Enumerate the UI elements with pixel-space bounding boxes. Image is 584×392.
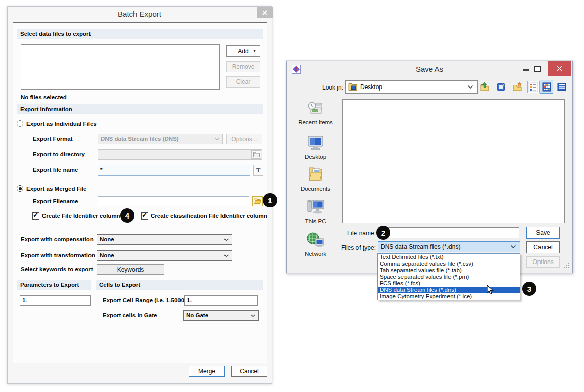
export-directory-field[interactable] [98, 149, 262, 160]
merge-button-label: Merge [198, 368, 215, 375]
sidebar-item-this-pc[interactable] [287, 199, 344, 217]
type-option[interactable]: Space separated values file (*.prn) [378, 274, 520, 280]
save-as-title[interactable]: Save As [287, 61, 572, 77]
sidebar-item-recent-items[interactable] [287, 101, 344, 119]
checkbox-classification[interactable]: ✓ [141, 212, 148, 220]
up-one-level-icon[interactable] [480, 82, 490, 92]
batch-export-title[interactable]: Batch Export [8, 7, 272, 22]
desktop-view-icon[interactable] [496, 82, 506, 92]
look-in-value: Desktop [360, 81, 382, 93]
export-file-name-label: Export file name [33, 165, 78, 176]
keywords-button-label: Keywords [117, 266, 144, 273]
file-name-label: File name: [317, 228, 376, 239]
check-icon: ✓ [142, 211, 148, 219]
keywords-label: Select keywords to export [21, 264, 93, 275]
sidebar-label-documents[interactable]: Documents [287, 186, 344, 192]
remove-button[interactable]: Remove [226, 61, 260, 72]
checkbox-classification-label: Create classification File Identifier co… [151, 211, 267, 222]
icons-view-icon[interactable] [542, 82, 552, 92]
look-in-label: Look in: [297, 82, 343, 93]
close-icon [557, 64, 562, 73]
add-button-label: Add [238, 48, 248, 55]
type-option[interactable]: Text Delimited files (*.txt) [378, 254, 520, 260]
cell-range-label: Export Cell Range (i.e. 1-5000) [103, 295, 186, 306]
step-badge-3: 3 [522, 282, 536, 296]
keywords-button[interactable]: Keywords [97, 264, 164, 275]
resize-grip[interactable] [564, 263, 569, 268]
empty-status: No files selected [21, 92, 67, 103]
close-button[interactable] [548, 61, 571, 76]
export-format-label: Export Format [33, 134, 73, 144]
new-folder-icon[interactable] [512, 82, 522, 92]
parameters-field[interactable]: 1- [20, 295, 91, 306]
type-option[interactable]: FCS files (*.fcs) [378, 280, 520, 287]
type-option[interactable]: Tab separated values file (*.tab) [378, 267, 520, 274]
options-button-label: Options... [231, 136, 257, 143]
step-badge-4: 4 [120, 208, 134, 223]
sidebar-item-documents[interactable] [287, 166, 344, 184]
check-icon: ✓ [33, 211, 39, 219]
clear-button[interactable]: Clear [226, 76, 260, 88]
add-button[interactable]: Add ▾ [226, 45, 260, 57]
view-menu-icon[interactable] [528, 82, 538, 92]
text-tool-icon: T [256, 166, 261, 175]
merge-button[interactable]: Merge [189, 366, 225, 377]
chevron-down-icon [467, 85, 473, 89]
cancel-button[interactable]: Cancel [231, 366, 267, 377]
options-button[interactable]: Options... [226, 134, 262, 144]
gate-dropdown[interactable]: No Gate [183, 310, 259, 321]
minimize-button[interactable] [523, 69, 529, 71]
gate-value: No Gate [186, 312, 208, 318]
step-badge-2: 2 [376, 226, 390, 240]
export-file-name-field[interactable]: * [98, 165, 250, 176]
clear-button-label: Clear [236, 78, 251, 85]
cell-range-field[interactable]: 1- [184, 295, 258, 306]
files-of-type-listbox: Text Delimited files (*.txt) Comma separ… [377, 253, 520, 300]
section-export-info: Export Information [17, 104, 263, 114]
recent-items-icon [306, 101, 325, 117]
desktop-icon [306, 135, 325, 151]
type-option[interactable]: Image Cytometry Experiment (*.ice) [378, 293, 520, 300]
file-browser-area[interactable] [342, 99, 565, 223]
export-filename-field[interactable] [98, 196, 249, 206]
compensation-dropdown[interactable]: None [97, 234, 232, 245]
look-in-dropdown[interactable]: Desktop [345, 80, 478, 94]
export-file-name-value: * [100, 167, 102, 173]
radio-individual-label: Export as Individual Files [26, 119, 97, 129]
cancel-button[interactable]: Cancel [526, 241, 560, 253]
type-option[interactable]: Comma separated values file (*.csv) [378, 260, 520, 267]
chevron-down-icon [223, 238, 229, 241]
sidebar-label-desktop[interactable]: Desktop [287, 154, 344, 160]
transformation-label: Export with transformation [21, 250, 95, 261]
browse-directory-button[interactable] [251, 150, 261, 159]
file-list[interactable] [21, 44, 220, 90]
radio-merged-file[interactable] [17, 185, 23, 192]
sidebar-label-recent-items[interactable]: Recent Items [287, 119, 344, 125]
dropdown-arrow-icon: ▾ [253, 48, 256, 53]
sidebar-label-this-pc[interactable]: This PC [287, 218, 344, 224]
chevron-down-icon [214, 137, 220, 141]
options-button[interactable]: Options [526, 256, 560, 268]
sidebar-item-desktop[interactable] [287, 135, 344, 153]
close-button[interactable] [257, 7, 273, 18]
folder-icon [253, 150, 260, 159]
chevron-down-icon [510, 245, 516, 249]
checkbox-file-identifier[interactable]: ✓ [32, 212, 39, 220]
browse-filename-button[interactable] [252, 196, 263, 206]
details-view-icon[interactable] [557, 82, 567, 92]
radio-individual-files[interactable] [17, 120, 23, 127]
files-of-type-dropdown[interactable]: DNS data Stream files (*.dns) [378, 241, 520, 252]
section-parameters: Parameters to Export [17, 280, 91, 290]
type-option-selected[interactable]: DNS data Stream files (*.dns) [378, 287, 520, 293]
step-badge-1: 1 [263, 193, 277, 207]
export-filename-label: Export Filename [33, 196, 78, 207]
maximize-button[interactable] [534, 66, 541, 72]
file-name-input[interactable] [378, 227, 519, 238]
cell-range-value: 1- [187, 297, 192, 303]
remove-button-label: Remove [232, 63, 255, 70]
export-format-dropdown[interactable]: DNS data Stream files (DNS) [98, 134, 223, 144]
files-of-type-label: Files of type: [317, 242, 376, 253]
text-tool-button[interactable]: T [253, 165, 263, 176]
transformation-dropdown[interactable]: None [97, 250, 232, 261]
save-button[interactable]: Save [526, 227, 560, 239]
